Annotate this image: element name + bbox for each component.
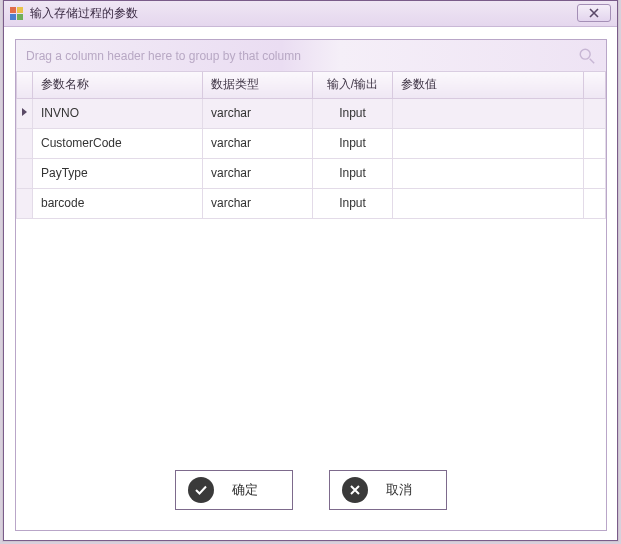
cell-io[interactable]: Input bbox=[313, 188, 393, 218]
cell-tail bbox=[584, 98, 606, 128]
row-indicator bbox=[17, 98, 33, 128]
cancel-button-label: 取消 bbox=[386, 481, 412, 499]
current-row-icon bbox=[21, 106, 29, 120]
column-header-value[interactable]: 参数值 bbox=[393, 72, 584, 98]
app-icon bbox=[10, 7, 24, 21]
svg-point-0 bbox=[580, 49, 590, 59]
cell-value[interactable] bbox=[393, 128, 584, 158]
client-area: Drag a column header here to group by th… bbox=[15, 39, 607, 531]
column-header-type[interactable]: 数据类型 bbox=[203, 72, 313, 98]
cell-data-type[interactable]: varchar bbox=[203, 98, 313, 128]
table-row[interactable]: CustomerCodevarcharInput bbox=[17, 128, 606, 158]
table-row[interactable]: PayTypevarcharInput bbox=[17, 158, 606, 188]
cell-param-name[interactable]: CustomerCode bbox=[33, 128, 203, 158]
x-circle-icon bbox=[342, 477, 368, 503]
indicator-header bbox=[17, 72, 33, 98]
search-icon[interactable] bbox=[578, 47, 596, 65]
cell-value[interactable] bbox=[393, 188, 584, 218]
dialog-window: 输入存储过程的参数 Drag a column header here to g… bbox=[3, 0, 618, 541]
cell-data-type[interactable]: varchar bbox=[203, 158, 313, 188]
cell-value[interactable] bbox=[393, 158, 584, 188]
cell-tail bbox=[584, 188, 606, 218]
cell-param-name[interactable]: INVNO bbox=[33, 98, 203, 128]
group-by-panel[interactable]: Drag a column header here to group by th… bbox=[16, 40, 606, 72]
table-row[interactable]: barcodevarcharInput bbox=[17, 188, 606, 218]
column-header-name[interactable]: 参数名称 bbox=[33, 72, 203, 98]
group-by-hint: Drag a column header here to group by th… bbox=[26, 49, 301, 63]
close-button[interactable] bbox=[577, 4, 611, 22]
row-indicator bbox=[17, 158, 33, 188]
column-header-row: 参数名称 数据类型 输入/输出 参数值 bbox=[17, 72, 606, 98]
ok-button[interactable]: 确定 bbox=[175, 470, 293, 510]
cancel-button[interactable]: 取消 bbox=[329, 470, 447, 510]
cell-tail bbox=[584, 158, 606, 188]
cell-io[interactable]: Input bbox=[313, 98, 393, 128]
cell-param-name[interactable]: PayType bbox=[33, 158, 203, 188]
title-bar[interactable]: 输入存储过程的参数 bbox=[4, 1, 617, 27]
check-circle-icon bbox=[188, 477, 214, 503]
cell-data-type[interactable]: varchar bbox=[203, 128, 313, 158]
column-header-tail bbox=[584, 72, 606, 98]
cell-io[interactable]: Input bbox=[313, 158, 393, 188]
cell-tail bbox=[584, 128, 606, 158]
cell-data-type[interactable]: varchar bbox=[203, 188, 313, 218]
column-header-io[interactable]: 输入/输出 bbox=[313, 72, 393, 98]
close-icon bbox=[589, 8, 599, 18]
cell-value[interactable] bbox=[393, 98, 584, 128]
dialog-footer: 确定 取消 bbox=[16, 450, 606, 530]
row-indicator bbox=[17, 128, 33, 158]
cell-io[interactable]: Input bbox=[313, 128, 393, 158]
parameter-grid[interactable]: 参数名称 数据类型 输入/输出 参数值 INVNOvarcharInputCus… bbox=[16, 72, 606, 450]
window-title: 输入存储过程的参数 bbox=[30, 5, 138, 22]
ok-button-label: 确定 bbox=[232, 481, 258, 499]
row-indicator bbox=[17, 188, 33, 218]
cell-param-name[interactable]: barcode bbox=[33, 188, 203, 218]
table-row[interactable]: INVNOvarcharInput bbox=[17, 98, 606, 128]
